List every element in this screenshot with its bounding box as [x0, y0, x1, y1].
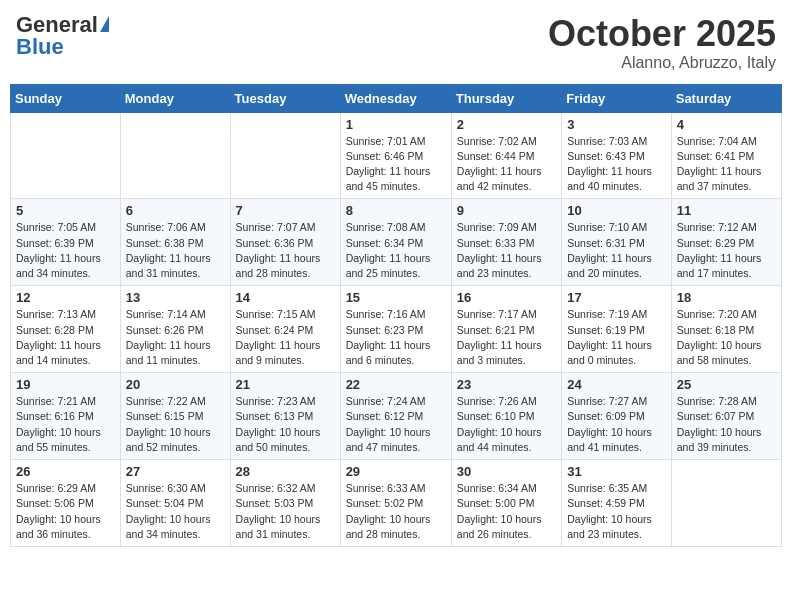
day-number: 5	[16, 203, 115, 218]
day-info: Sunrise: 7:07 AMSunset: 6:36 PMDaylight:…	[236, 220, 335, 281]
day-info: Sunrise: 6:32 AMSunset: 5:03 PMDaylight:…	[236, 481, 335, 542]
weekday-header-sunday: Sunday	[11, 84, 121, 112]
calendar-day-cell: 5Sunrise: 7:05 AMSunset: 6:39 PMDaylight…	[11, 199, 121, 286]
calendar-day-cell: 15Sunrise: 7:16 AMSunset: 6:23 PMDayligh…	[340, 286, 451, 373]
day-info: Sunrise: 6:30 AMSunset: 5:04 PMDaylight:…	[126, 481, 225, 542]
day-info: Sunrise: 7:21 AMSunset: 6:16 PMDaylight:…	[16, 394, 115, 455]
day-info: Sunrise: 7:22 AMSunset: 6:15 PMDaylight:…	[126, 394, 225, 455]
day-number: 29	[346, 464, 446, 479]
day-number: 14	[236, 290, 335, 305]
empty-day-cell	[671, 460, 781, 547]
day-number: 28	[236, 464, 335, 479]
calendar-day-cell: 3Sunrise: 7:03 AMSunset: 6:43 PMDaylight…	[562, 112, 672, 199]
empty-day-cell	[11, 112, 121, 199]
day-info: Sunrise: 6:35 AMSunset: 4:59 PMDaylight:…	[567, 481, 666, 542]
day-info: Sunrise: 6:33 AMSunset: 5:02 PMDaylight:…	[346, 481, 446, 542]
calendar-day-cell: 11Sunrise: 7:12 AMSunset: 6:29 PMDayligh…	[671, 199, 781, 286]
page-header: General Blue October 2025 Alanno, Abruzz…	[10, 10, 782, 76]
calendar-week-row: 12Sunrise: 7:13 AMSunset: 6:28 PMDayligh…	[11, 286, 782, 373]
calendar-day-cell: 28Sunrise: 6:32 AMSunset: 5:03 PMDayligh…	[230, 460, 340, 547]
calendar-day-cell: 20Sunrise: 7:22 AMSunset: 6:15 PMDayligh…	[120, 373, 230, 460]
weekday-header-row: SundayMondayTuesdayWednesdayThursdayFrid…	[11, 84, 782, 112]
day-number: 13	[126, 290, 225, 305]
day-number: 23	[457, 377, 556, 392]
calendar-day-cell: 12Sunrise: 7:13 AMSunset: 6:28 PMDayligh…	[11, 286, 121, 373]
day-info: Sunrise: 7:01 AMSunset: 6:46 PMDaylight:…	[346, 134, 446, 195]
day-number: 11	[677, 203, 776, 218]
calendar-day-cell: 31Sunrise: 6:35 AMSunset: 4:59 PMDayligh…	[562, 460, 672, 547]
day-number: 27	[126, 464, 225, 479]
day-number: 3	[567, 117, 666, 132]
calendar-day-cell: 21Sunrise: 7:23 AMSunset: 6:13 PMDayligh…	[230, 373, 340, 460]
logo: General Blue	[16, 14, 109, 58]
calendar-week-row: 5Sunrise: 7:05 AMSunset: 6:39 PMDaylight…	[11, 199, 782, 286]
calendar-table: SundayMondayTuesdayWednesdayThursdayFrid…	[10, 84, 782, 547]
day-info: Sunrise: 7:27 AMSunset: 6:09 PMDaylight:…	[567, 394, 666, 455]
day-info: Sunrise: 6:29 AMSunset: 5:06 PMDaylight:…	[16, 481, 115, 542]
day-number: 30	[457, 464, 556, 479]
calendar-day-cell: 2Sunrise: 7:02 AMSunset: 6:44 PMDaylight…	[451, 112, 561, 199]
calendar-day-cell: 17Sunrise: 7:19 AMSunset: 6:19 PMDayligh…	[562, 286, 672, 373]
day-info: Sunrise: 6:34 AMSunset: 5:00 PMDaylight:…	[457, 481, 556, 542]
logo-arrow-icon	[100, 16, 109, 32]
day-number: 12	[16, 290, 115, 305]
location-title: Alanno, Abruzzo, Italy	[548, 54, 776, 72]
calendar-day-cell: 26Sunrise: 6:29 AMSunset: 5:06 PMDayligh…	[11, 460, 121, 547]
day-number: 10	[567, 203, 666, 218]
month-title: October 2025	[548, 14, 776, 54]
day-info: Sunrise: 7:05 AMSunset: 6:39 PMDaylight:…	[16, 220, 115, 281]
day-number: 2	[457, 117, 556, 132]
day-info: Sunrise: 7:17 AMSunset: 6:21 PMDaylight:…	[457, 307, 556, 368]
day-number: 15	[346, 290, 446, 305]
empty-day-cell	[120, 112, 230, 199]
calendar-day-cell: 27Sunrise: 6:30 AMSunset: 5:04 PMDayligh…	[120, 460, 230, 547]
logo-blue-text: Blue	[16, 36, 64, 58]
empty-day-cell	[230, 112, 340, 199]
calendar-day-cell: 6Sunrise: 7:06 AMSunset: 6:38 PMDaylight…	[120, 199, 230, 286]
weekday-header-monday: Monday	[120, 84, 230, 112]
calendar-day-cell: 23Sunrise: 7:26 AMSunset: 6:10 PMDayligh…	[451, 373, 561, 460]
day-info: Sunrise: 7:28 AMSunset: 6:07 PMDaylight:…	[677, 394, 776, 455]
day-info: Sunrise: 7:04 AMSunset: 6:41 PMDaylight:…	[677, 134, 776, 195]
day-number: 26	[16, 464, 115, 479]
calendar-day-cell: 22Sunrise: 7:24 AMSunset: 6:12 PMDayligh…	[340, 373, 451, 460]
weekday-header-thursday: Thursday	[451, 84, 561, 112]
calendar-week-row: 1Sunrise: 7:01 AMSunset: 6:46 PMDaylight…	[11, 112, 782, 199]
calendar-day-cell: 9Sunrise: 7:09 AMSunset: 6:33 PMDaylight…	[451, 199, 561, 286]
day-number: 20	[126, 377, 225, 392]
day-info: Sunrise: 7:24 AMSunset: 6:12 PMDaylight:…	[346, 394, 446, 455]
day-info: Sunrise: 7:02 AMSunset: 6:44 PMDaylight:…	[457, 134, 556, 195]
day-number: 24	[567, 377, 666, 392]
weekday-header-saturday: Saturday	[671, 84, 781, 112]
day-info: Sunrise: 7:06 AMSunset: 6:38 PMDaylight:…	[126, 220, 225, 281]
calendar-week-row: 26Sunrise: 6:29 AMSunset: 5:06 PMDayligh…	[11, 460, 782, 547]
calendar-day-cell: 25Sunrise: 7:28 AMSunset: 6:07 PMDayligh…	[671, 373, 781, 460]
weekday-header-tuesday: Tuesday	[230, 84, 340, 112]
calendar-day-cell: 24Sunrise: 7:27 AMSunset: 6:09 PMDayligh…	[562, 373, 672, 460]
day-info: Sunrise: 7:13 AMSunset: 6:28 PMDaylight:…	[16, 307, 115, 368]
calendar-day-cell: 1Sunrise: 7:01 AMSunset: 6:46 PMDaylight…	[340, 112, 451, 199]
day-info: Sunrise: 7:15 AMSunset: 6:24 PMDaylight:…	[236, 307, 335, 368]
day-info: Sunrise: 7:19 AMSunset: 6:19 PMDaylight:…	[567, 307, 666, 368]
day-info: Sunrise: 7:16 AMSunset: 6:23 PMDaylight:…	[346, 307, 446, 368]
calendar-day-cell: 16Sunrise: 7:17 AMSunset: 6:21 PMDayligh…	[451, 286, 561, 373]
weekday-header-wednesday: Wednesday	[340, 84, 451, 112]
calendar-day-cell: 19Sunrise: 7:21 AMSunset: 6:16 PMDayligh…	[11, 373, 121, 460]
day-number: 19	[16, 377, 115, 392]
day-number: 31	[567, 464, 666, 479]
day-number: 8	[346, 203, 446, 218]
calendar-day-cell: 13Sunrise: 7:14 AMSunset: 6:26 PMDayligh…	[120, 286, 230, 373]
day-number: 17	[567, 290, 666, 305]
calendar-day-cell: 30Sunrise: 6:34 AMSunset: 5:00 PMDayligh…	[451, 460, 561, 547]
day-number: 22	[346, 377, 446, 392]
calendar-week-row: 19Sunrise: 7:21 AMSunset: 6:16 PMDayligh…	[11, 373, 782, 460]
day-number: 21	[236, 377, 335, 392]
day-number: 4	[677, 117, 776, 132]
day-info: Sunrise: 7:10 AMSunset: 6:31 PMDaylight:…	[567, 220, 666, 281]
day-info: Sunrise: 7:20 AMSunset: 6:18 PMDaylight:…	[677, 307, 776, 368]
calendar-day-cell: 8Sunrise: 7:08 AMSunset: 6:34 PMDaylight…	[340, 199, 451, 286]
day-info: Sunrise: 7:26 AMSunset: 6:10 PMDaylight:…	[457, 394, 556, 455]
day-number: 18	[677, 290, 776, 305]
day-number: 16	[457, 290, 556, 305]
day-info: Sunrise: 7:14 AMSunset: 6:26 PMDaylight:…	[126, 307, 225, 368]
